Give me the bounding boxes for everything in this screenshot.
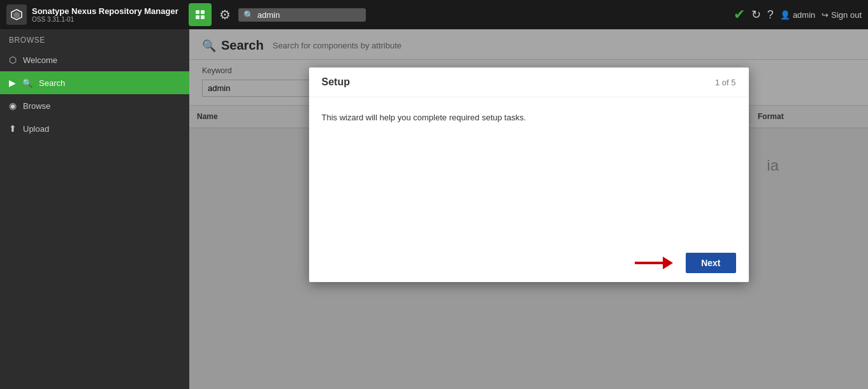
global-search-bar[interactable]: 🔍 bbox=[238, 8, 366, 22]
main-layout: Browse ⬡ Welcome ▶ 🔍 Search ◉ Browse ⬆ U… bbox=[0, 29, 868, 389]
dialog-step: 1 of 5 bbox=[715, 78, 736, 87]
sidebar-item-welcome[interactable]: ⬡ Welcome bbox=[0, 48, 189, 71]
search-icon: ▶ bbox=[9, 78, 16, 88]
setup-dialog: Setup 1 of 5 This wizard will help you c… bbox=[309, 67, 749, 282]
arrow-hint bbox=[635, 257, 673, 269]
dialog-body-text: This wizard will help you complete requi… bbox=[322, 113, 736, 122]
sidebar-item-search[interactable]: ▶ 🔍 Search bbox=[0, 71, 189, 94]
navbar-actions: ✔ ↻ ? 👤 admin ↪ Sign out bbox=[734, 6, 862, 23]
signout-label: Sign out bbox=[831, 10, 862, 20]
svg-rect-4 bbox=[196, 15, 199, 19]
modal-overlay: Setup 1 of 5 This wizard will help you c… bbox=[189, 29, 868, 389]
svg-rect-2 bbox=[196, 10, 199, 14]
next-button[interactable]: Next bbox=[686, 253, 735, 273]
red-arrow-icon bbox=[635, 257, 673, 269]
welcome-icon: ⬡ bbox=[9, 55, 17, 65]
sidebar-item-browse[interactable]: ◉ Browse bbox=[0, 94, 189, 117]
username-label: admin bbox=[793, 10, 815, 20]
sidebar-item-search-label: Search bbox=[39, 78, 65, 88]
sidebar: Browse ⬡ Welcome ▶ 🔍 Search ◉ Browse ⬆ U… bbox=[0, 29, 189, 389]
svg-marker-1 bbox=[13, 11, 20, 18]
sidebar-item-welcome-label: Welcome bbox=[23, 55, 57, 65]
sidebar-item-upload-label: Upload bbox=[23, 124, 49, 134]
signout-button[interactable]: ↪ Sign out bbox=[821, 10, 862, 20]
svg-rect-5 bbox=[201, 15, 205, 19]
status-indicator[interactable]: ✔ bbox=[734, 6, 745, 23]
global-search-input[interactable] bbox=[257, 10, 347, 20]
user-icon: 👤 bbox=[780, 10, 790, 20]
browse-icon: ◉ bbox=[9, 101, 17, 111]
dialog-title: Setup bbox=[322, 76, 350, 88]
sidebar-item-upload[interactable]: ⬆ Upload bbox=[0, 117, 189, 140]
app-subtitle: OSS 3.31.1-01 bbox=[32, 16, 178, 23]
app-title: Sonatype Nexus Repository Manager bbox=[32, 6, 178, 16]
svg-rect-3 bbox=[201, 10, 205, 14]
refresh-button[interactable]: ↻ bbox=[751, 8, 761, 22]
sidebar-item-browse-label: Browse bbox=[23, 101, 50, 111]
app-logo: Sonatype Nexus Repository Manager OSS 3.… bbox=[6, 4, 178, 25]
user-menu-button[interactable]: 👤 admin bbox=[780, 10, 815, 20]
signout-icon: ↪ bbox=[821, 10, 828, 20]
upload-icon: ⬆ bbox=[9, 124, 17, 134]
search-bar-icon: 🔍 bbox=[243, 10, 254, 20]
help-button[interactable]: ? bbox=[767, 8, 774, 22]
dialog-footer: Next bbox=[309, 244, 749, 282]
dialog-header: Setup 1 of 5 bbox=[309, 67, 749, 97]
settings-button[interactable]: ⚙ bbox=[217, 4, 233, 25]
sidebar-search-icon: 🔍 bbox=[22, 78, 33, 88]
logo-icon bbox=[6, 4, 27, 25]
app-icon-button[interactable] bbox=[189, 3, 212, 26]
dialog-body: This wizard will help you complete requi… bbox=[309, 97, 749, 244]
sidebar-section-label: Browse bbox=[0, 29, 189, 48]
content-area: 🔍 Search Search for components by attrib… bbox=[189, 29, 868, 389]
app-title-block: Sonatype Nexus Repository Manager OSS 3.… bbox=[32, 6, 178, 23]
navbar: Sonatype Nexus Repository Manager OSS 3.… bbox=[0, 0, 868, 29]
